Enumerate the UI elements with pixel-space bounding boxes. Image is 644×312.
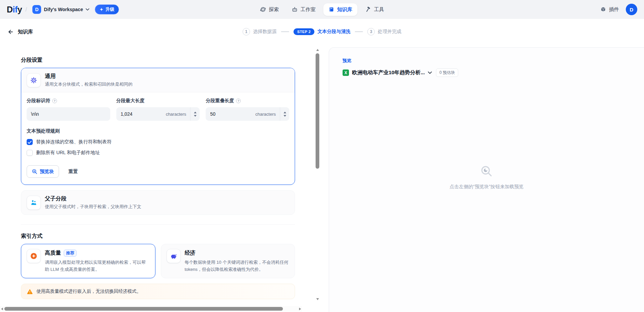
scroll-left-icon[interactable] xyxy=(1,308,3,310)
delimiter-input[interactable]: \n\n xyxy=(27,107,110,121)
index-method-title: 索引方式 xyxy=(21,233,295,240)
preview-chunks-label: 预览块 xyxy=(40,169,54,175)
navbar-center: 探索 工作室 知识库 工具 xyxy=(255,0,389,19)
max-length-input[interactable]: 1,024 characters xyxy=(116,107,200,121)
page: Dify / D Dify's Workspace 升级 xyxy=(0,0,644,312)
vertical-scrollbar-thumb[interactable] xyxy=(316,53,319,169)
family-icon xyxy=(27,196,41,210)
upgrade-button[interactable]: 升级 xyxy=(95,4,119,15)
overlap-unit: characters xyxy=(255,112,276,117)
high-quality-desc: 调用嵌入模型处理文档以实现更精确的检索，可以帮助 LLM 生成高质量的答案。 xyxy=(45,259,150,273)
max-length-stepper[interactable] xyxy=(190,107,200,121)
dify-logo[interactable]: Dify xyxy=(7,5,22,15)
user-avatar[interactable]: D xyxy=(626,4,637,15)
workspace-selector[interactable]: D Dify's Workspace xyxy=(30,4,91,15)
general-card-body: 分段标识符 ? \n\n 分段最大长度 xyxy=(21,92,295,185)
stepper-down-icon[interactable] xyxy=(284,115,286,117)
scroll-down-icon[interactable] xyxy=(316,298,319,300)
parent-child-mode-card[interactable]: 父子分段 使用父子模式时，子块用于检索，父块用作上下文 xyxy=(21,190,295,215)
warning-text: 使用高质量模式进行嵌入后，无法切换回经济模式。 xyxy=(36,288,141,294)
help-icon[interactable]: ? xyxy=(236,98,241,103)
sparkle-icon xyxy=(99,7,104,11)
estimated-chunks-badge: 0 预估块 xyxy=(436,68,458,77)
scroll-right-icon[interactable] xyxy=(299,308,301,310)
nav-item-label: 知识库 xyxy=(337,6,352,13)
reset-button[interactable]: 重置 xyxy=(66,168,80,175)
general-mode-card[interactable]: 通用 通用文本分块模式，检索和召回的块是相同的 分段标识符 ? \n\n xyxy=(21,68,295,185)
section-divider xyxy=(21,224,295,225)
main-content: 分段设置 通用 通用文本分块模式，检索和召回的块是相同的 xyxy=(0,45,644,312)
preview-label: 预览 xyxy=(343,58,631,64)
nav-item-tools[interactable]: 工具 xyxy=(360,3,389,16)
economy-card[interactable]: 经济 每个数据块使用 10 个关键词进行检索，不会消耗任何 tokens，但会以… xyxy=(161,244,295,278)
embedding-sparkle-icon xyxy=(27,249,41,263)
chevron-down-icon xyxy=(428,71,432,74)
warning-triangle-icon xyxy=(27,288,33,294)
rule-remove-urls[interactable]: 删除所有 URL 和电子邮件地址 xyxy=(27,150,289,156)
chevron-down-icon xyxy=(86,8,89,11)
field-delimiter: 分段标识符 ? \n\n xyxy=(27,98,110,121)
cube-icon xyxy=(600,6,606,12)
top-navbar: Dify / D Dify's Workspace 升级 xyxy=(0,0,644,19)
high-quality-card[interactable]: 高质量 推荐 调用嵌入模型处理文档以实现更精确的检索，可以帮助 LLM 生成高质… xyxy=(21,244,155,278)
nav-item-explore[interactable]: 探索 xyxy=(255,3,284,16)
preview-chunks-button[interactable]: 预览块 xyxy=(27,165,59,178)
nav-item-studio[interactable]: 工作室 xyxy=(287,3,321,16)
scroll-up-icon[interactable] xyxy=(316,49,319,51)
workspace-name: Dify's Workspace xyxy=(44,7,83,12)
max-length-value: 1,024 xyxy=(121,111,133,117)
file-selector[interactable]: X 欧洲电动车产业10年趋势分析... xyxy=(343,69,432,76)
rule-replace-whitespace[interactable]: 替换掉连续的空格、换行符和制表符 xyxy=(27,139,289,145)
economy-desc: 每个数据块使用 10 个关键词进行检索，不会消耗任何 tokens，但会以降低检… xyxy=(185,259,290,273)
overlap-label: 分段重叠长度 xyxy=(206,98,234,104)
max-length-label: 分段最大长度 xyxy=(116,98,145,104)
hammer-icon xyxy=(365,6,371,12)
logo-part: y xyxy=(18,5,22,14)
rule-label: 删除所有 URL 和电子邮件地址 xyxy=(36,150,100,156)
preview-header: 预览 X 欧洲电动车产业10年趋势分析... 0 预估块 xyxy=(329,48,644,77)
step-3: 3 处理并完成 xyxy=(368,28,402,35)
index-method-cards: 高质量 推荐 调用嵌入模型处理文档以实现更精确的检索，可以帮助 LLM 生成高质… xyxy=(21,244,295,278)
stepper-up-icon[interactable] xyxy=(284,112,286,113)
checkbox-checked[interactable] xyxy=(27,139,33,145)
parent-child-desc: 使用父子模式时，子块用于检索，父块用作上下文 xyxy=(45,204,141,210)
gear-icon xyxy=(27,73,41,87)
preview-empty-state: 点击左侧的“预览块”按钮来加载预览 xyxy=(449,164,523,190)
checkbox-unchecked[interactable] xyxy=(27,150,33,156)
nav-item-knowledge[interactable]: 知识库 xyxy=(323,3,357,16)
magnifier-eye-icon xyxy=(32,169,37,174)
back-group: 知识库 xyxy=(7,29,33,35)
rule-label: 替换掉连续的空格、换行符和制表符 xyxy=(36,139,112,145)
mode-switch-warning: 使用高质量模式进行嵌入后，无法切换回经济模式。 xyxy=(21,284,295,299)
overlap-input[interactable]: 50 characters xyxy=(206,107,289,121)
arrow-left-icon xyxy=(7,29,13,35)
excel-file-icon: X xyxy=(343,69,349,76)
overlap-stepper[interactable] xyxy=(280,107,289,121)
nav-item-label: 工作室 xyxy=(300,6,316,13)
step-1-label: 选择数据源 xyxy=(253,29,276,35)
horizontal-scrollbar-thumb[interactable] xyxy=(4,307,283,311)
back-button[interactable] xyxy=(7,29,13,35)
help-icon[interactable]: ? xyxy=(52,98,57,103)
overlap-value: 50 xyxy=(210,111,215,117)
piggy-bank-icon xyxy=(167,249,181,263)
stepper-down-icon[interactable] xyxy=(194,115,197,117)
delimiter-label: 分段标识符 xyxy=(27,98,50,104)
logo-divider: / xyxy=(25,6,27,13)
horizontal-scrollbar[interactable] xyxy=(0,306,302,312)
preview-file-row: X 欧洲电动车产业10年趋势分析... 0 预估块 xyxy=(343,68,631,77)
upgrade-label: 升级 xyxy=(106,6,114,12)
nav-item-label: 工具 xyxy=(374,6,384,13)
vertical-scrollbar[interactable] xyxy=(315,45,320,312)
navbar-left: Dify / D Dify's Workspace 升级 xyxy=(7,4,119,15)
nav-item-plugins[interactable]: 插件 xyxy=(600,6,619,13)
step-2-label: 文本分段与清洗 xyxy=(318,29,351,35)
step-indicator: 1 选择数据源 STEP 2 文本分段与清洗 3 处理并完成 xyxy=(242,28,401,35)
segment-fields: 分段标识符 ? \n\n 分段最大长度 xyxy=(27,98,289,121)
logo-part: if xyxy=(13,5,18,14)
economy-title: 经济 xyxy=(185,250,196,257)
parent-child-title: 父子分段 xyxy=(45,195,141,202)
step-3-number: 3 xyxy=(368,28,375,35)
stepper-up-icon[interactable] xyxy=(194,112,197,113)
actions-row: 预览块 重置 xyxy=(27,165,289,178)
